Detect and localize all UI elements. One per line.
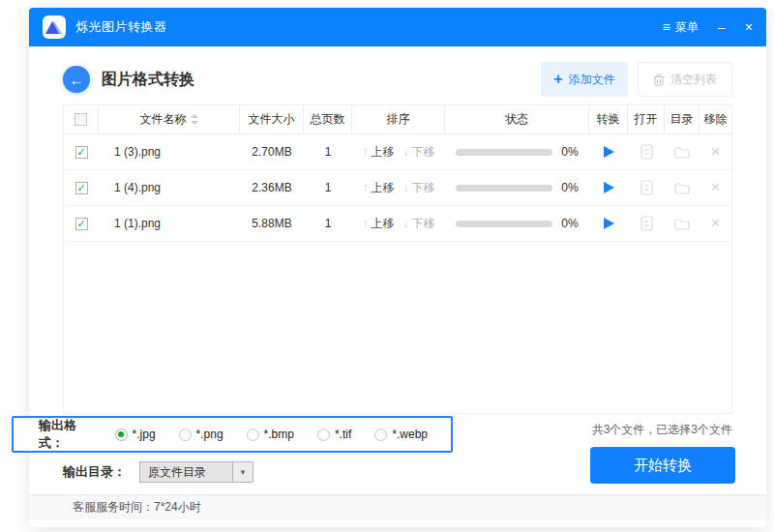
select-all-checkbox[interactable] — [74, 113, 87, 126]
move-up-button[interactable]: 上移 — [372, 144, 395, 161]
column-header-convert: 转换 — [589, 105, 628, 133]
column-header-sort: 排序 — [352, 105, 445, 133]
move-down-button[interactable]: 下移 — [412, 216, 435, 232]
move-up-button[interactable]: 上移 — [372, 216, 395, 232]
radio-option-bmp[interactable]: *.bmp — [247, 428, 294, 441]
file-size: 2.70MB — [240, 134, 304, 169]
open-file-button[interactable] — [628, 170, 665, 205]
radio-icon — [179, 429, 192, 441]
progress-bar — [456, 149, 552, 156]
minimize-button[interactable]: – — [718, 20, 726, 34]
progress-bar — [456, 185, 552, 192]
table-row: ✓ 1 (3).png 2.70MB 1 ↑ 上移 ↓ 下移 0% × — [64, 134, 731, 170]
remove-file-button[interactable]: × — [711, 178, 721, 197]
output-format-panel: 输出格式： *.jpg *.png *.bmp *.tif *.webp — [12, 416, 453, 453]
radio-option-png[interactable]: *.png — [179, 428, 223, 441]
radio-icon — [374, 429, 387, 441]
radio-icon — [247, 429, 259, 441]
app-title: 烁光图片转换器 — [75, 18, 167, 36]
move-up-button[interactable]: 上移 — [372, 180, 395, 196]
menu-button[interactable]: ≡ 菜单 — [663, 19, 699, 36]
file-size: 2.36MB — [240, 170, 304, 205]
start-convert-button[interactable]: 开始转换 — [590, 447, 735, 484]
file-size: 5.88MB — [240, 206, 304, 241]
plus-icon: + — [553, 71, 562, 88]
file-name: 1 (1).png — [99, 206, 240, 241]
table-row: ✓ 1 (4).png 2.36MB 1 ↑ 上移 ↓ 下移 0% × — [64, 170, 731, 206]
output-directory-value: 原文件目录 — [140, 462, 232, 482]
app-logo-icon — [43, 15, 66, 39]
menu-label: 菜单 — [675, 19, 699, 36]
radio-icon — [317, 429, 330, 441]
move-up-icon[interactable]: ↑ — [363, 181, 369, 194]
output-directory-row: 输出目录： 原文件目录 ▼ — [63, 460, 253, 484]
service-hours-text: 客服服务时间：7*24小时 — [73, 499, 201, 516]
trash-icon — [653, 74, 665, 86]
move-down-icon[interactable]: ↓ — [403, 217, 409, 230]
clear-list-button[interactable]: 清空列表 — [638, 62, 732, 97]
move-down-icon[interactable]: ↓ — [403, 145, 409, 159]
progress-percent: 0% — [561, 145, 578, 159]
back-button[interactable]: ← — [63, 66, 90, 93]
radio-option-jpg[interactable]: *.jpg — [115, 428, 156, 441]
convert-play-button[interactable] — [604, 218, 614, 229]
row-checkbox[interactable]: ✓ — [75, 146, 88, 159]
file-count-summary: 共3个文件，已选择3个文件 — [592, 422, 732, 438]
progress-bar — [456, 221, 552, 227]
file-pages: 1 — [304, 206, 352, 241]
column-header-pages: 总页数 — [304, 105, 352, 133]
radio-option-webp[interactable]: *.webp — [374, 428, 428, 441]
table-header: 文件名称 文件大小 总页数 排序 状态 转换 打开 目录 移除 — [64, 105, 731, 134]
move-up-icon[interactable]: ↑ — [363, 145, 369, 159]
footer-bar: 客服服务时间：7*24小时 — [29, 494, 766, 519]
column-header-directory: 目录 — [665, 105, 700, 133]
back-arrow-icon: ← — [70, 72, 84, 88]
column-header-name[interactable]: 文件名称 — [99, 105, 240, 133]
row-checkbox[interactable]: ✓ — [75, 182, 88, 194]
sort-icon — [191, 114, 198, 125]
convert-play-button[interactable] — [604, 146, 614, 158]
file-name: 1 (3).png — [99, 134, 240, 169]
move-down-button[interactable]: 下移 — [412, 144, 435, 161]
progress-percent: 0% — [561, 181, 578, 194]
column-header-status: 状态 — [445, 105, 589, 133]
file-pages: 1 — [304, 170, 352, 205]
move-down-button[interactable]: 下移 — [412, 180, 435, 196]
file-name: 1 (4).png — [99, 170, 240, 205]
open-file-button[interactable] — [628, 134, 665, 169]
move-up-icon[interactable]: ↑ — [363, 217, 369, 230]
column-header-open: 打开 — [628, 105, 665, 133]
table-row: ✓ 1 (1).png 5.88MB 1 ↑ 上移 ↓ 下移 0% × — [64, 206, 731, 242]
page-header: ← 图片格式转换 + 添加文件 清空列表 — [63, 62, 732, 97]
output-format-options: *.jpg *.png *.bmp *.tif *.webp — [115, 428, 451, 441]
dropdown-arrow-icon: ▼ — [232, 462, 253, 482]
file-pages: 1 — [304, 134, 352, 169]
page-title: 图片格式转换 — [102, 70, 194, 90]
close-button[interactable]: × — [745, 20, 753, 34]
add-files-button[interactable]: + 添加文件 — [541, 62, 628, 97]
radio-selected-icon — [115, 429, 128, 441]
output-format-label: 输出格式： — [39, 417, 96, 452]
convert-play-button[interactable] — [604, 182, 614, 193]
column-header-size: 文件大小 — [240, 105, 304, 133]
output-directory-label: 输出目录： — [63, 463, 126, 481]
radio-option-tif[interactable]: *.tif — [317, 428, 351, 441]
clear-list-label: 清空列表 — [670, 72, 717, 88]
open-folder-button[interactable] — [665, 170, 700, 205]
progress-percent: 0% — [561, 217, 578, 230]
open-folder-button[interactable] — [665, 206, 700, 241]
remove-file-button[interactable]: × — [711, 142, 721, 162]
open-folder-button[interactable] — [665, 134, 700, 169]
output-directory-select[interactable]: 原文件目录 ▼ — [139, 461, 253, 483]
column-header-remove: 移除 — [700, 105, 731, 133]
move-down-icon[interactable]: ↓ — [403, 181, 409, 194]
title-bar: 烁光图片转换器 ≡ 菜单 – × — [29, 8, 766, 46]
add-files-label: 添加文件 — [569, 72, 615, 88]
row-checkbox[interactable]: ✓ — [75, 218, 88, 230]
open-file-button[interactable] — [628, 206, 665, 241]
hamburger-icon: ≡ — [663, 19, 670, 35]
remove-file-button[interactable]: × — [711, 214, 721, 233]
file-table: 文件名称 文件大小 总页数 排序 状态 转换 打开 目录 移除 ✓ 1 (3).… — [63, 104, 732, 414]
